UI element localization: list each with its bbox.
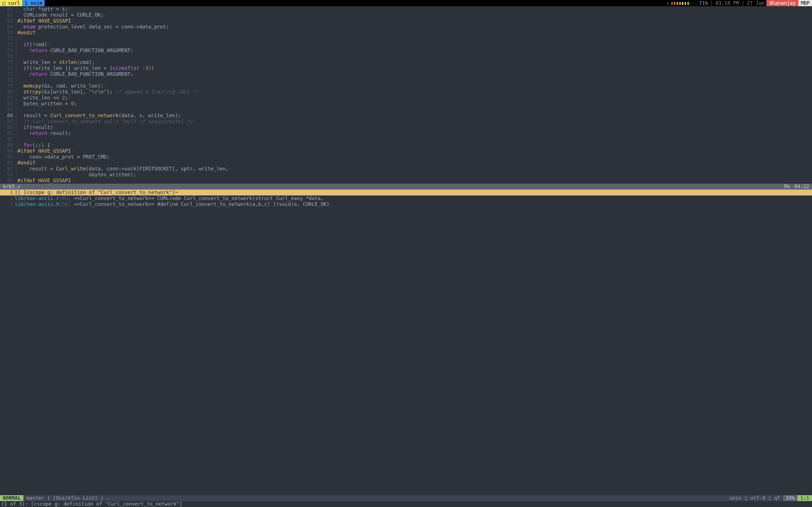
tmux-window-nvim[interactable]: 1 nvim (22, 0, 45, 6)
code-line[interactable]: 87┆ return result;¬ (0, 130, 812, 136)
code-line[interactable]: 75┆ write_len = strlen(cmd);¬ (0, 59, 812, 65)
code-line[interactable]: 91┆ conn->data_prot = PROT_CMD;¬ (0, 154, 812, 160)
code-content[interactable]: char *sptr = s;¬ (17, 6, 812, 12)
code-content[interactable]: /* Curl_convert_to_network calls failf i… (17, 119, 812, 124)
code-content[interactable]: enum protection_level data_sec = conn->d… (17, 24, 812, 30)
code-line[interactable]: 83┆¬ (0, 107, 812, 113)
code-content[interactable]: write_len += 2;¬ (17, 95, 812, 101)
code-content[interactable]: return CURLE_BAD_FUNCTION_ARGUMENT;¬ (17, 71, 812, 77)
line-number: 87 (0, 130, 15, 136)
download-arrow-icon: ↓ (666, 0, 670, 6)
code-line[interactable]: 95┆#ifdef HAVE_GSSAPI¬ (0, 178, 812, 184)
indent-guide: ┆ (15, 148, 17, 154)
indent-guide: ┆ (15, 59, 17, 65)
code-line[interactable]: 74┆¬ (0, 54, 812, 59)
code-content[interactable]: if(!write_len || write_len > (sizeof(s) … (17, 65, 812, 71)
line-number: 83 (0, 107, 15, 113)
line-number: 71 (0, 36, 15, 42)
indent-guide: ┆ (15, 154, 17, 160)
line-number: 88 (0, 136, 15, 142)
quickfix-item[interactable]: 2lib/non-ascii.c|83| <<Curl_convert_to_n… (0, 195, 812, 202)
code-line[interactable]: 80┆ strcpy(&s[write_len], "\r\n"); /* ap… (0, 89, 812, 95)
code-line[interactable]: 76┆ if(!write_len || write_len > (sizeof… (0, 65, 812, 71)
code-content[interactable]: bytes_written = 0;¬ (17, 101, 812, 107)
file-cursor-pos: 84:22 (794, 184, 812, 189)
indent-guide: ┆ (15, 136, 17, 142)
code-line[interactable]: 85┆ /* Curl_convert_to_network calls fai… (0, 119, 812, 124)
code-line[interactable]: 93┆ result = Curl_write(data, conn->sock… (0, 166, 812, 172)
code-line[interactable]: 68┆#ifdef HAVE_GSSAPI¬ (0, 18, 812, 24)
code-content[interactable]: #ifdef HAVE_GSSAPI¬ (17, 18, 812, 24)
line-number: 68 (0, 18, 15, 24)
line-number: 2 (0, 195, 15, 202)
code-content[interactable]: #endif¬ (17, 160, 812, 166)
line-number: 92 (0, 160, 15, 166)
code-content[interactable]: if(!cmd)¬ (17, 42, 812, 48)
code-line[interactable]: 82┆ bytes_written = 0;¬ (0, 101, 812, 107)
code-line[interactable]: 86┆ if(result)¬ (0, 124, 812, 130)
indent-guide: ┆ (15, 54, 17, 59)
empty-line-tilde: ~ (0, 219, 812, 225)
battery-bars-icon: ▮▮▮▮▮▮▮▯▯▯ (670, 0, 697, 6)
code-line[interactable]: 89┆ for(;;) {¬ (0, 142, 812, 148)
code-line[interactable]: 88┆¬ (0, 136, 812, 142)
line-number: 85 (0, 119, 15, 124)
code-line[interactable]: 79┆ memcpy(&s, cmd, write_len);¬ (0, 83, 812, 89)
code-line[interactable]: 72┆ if(!cmd)¬ (0, 42, 812, 48)
line-number: 90 (0, 148, 15, 154)
code-content[interactable]: if(result)¬ (17, 124, 812, 130)
code-content[interactable]: &bytes_written);¬ (17, 172, 812, 178)
code-line[interactable]: 78┆¬ (0, 77, 812, 83)
quickfix-list[interactable]: 1|| [cscope g: definition of "Curl_conve… (0, 189, 812, 225)
code-line[interactable]: 92┆#endif¬ (0, 160, 812, 166)
line-number: 74 (0, 54, 15, 59)
quickfix-item[interactable]: 3lib/non-ascii.h|56| <<Curl_convert_to_n… (0, 202, 812, 207)
line-number: 81 (0, 95, 15, 101)
code-line[interactable]: 70┆#endif¬ (0, 30, 812, 36)
code-content[interactable]: #ifdef HAVE_GSSAPI¬ (17, 148, 812, 154)
code-content[interactable]: CURLcode result = CURLE_OK;¬ (17, 12, 812, 18)
indent-guide: ┆ (15, 6, 17, 12)
code-line[interactable]: 66┆ char *sptr = s;¬ (0, 6, 812, 12)
vim-scroll-percent: 33% (783, 495, 798, 501)
code-content[interactable]: strcpy(&s[write_len], "\r\n"); /* append… (17, 89, 812, 95)
quickfix-text: || [cscope g: definition of "Curl_conver… (15, 189, 812, 195)
code-line[interactable]: 90┆#ifdef HAVE_GSSAPI¬ (0, 148, 812, 154)
code-content[interactable]: #endif¬ (17, 30, 812, 36)
code-content[interactable]: return result;¬ (17, 130, 812, 136)
code-line[interactable]: 67┆ CURLcode result = CURLE_OK;¬ (0, 12, 812, 18)
code-content[interactable]: ¬ (17, 36, 812, 42)
tmux-window-curl[interactable]: □ curl (0, 0, 22, 6)
line-number: 3 (0, 202, 15, 207)
code-line[interactable]: 84┆ result = Curl_convert_to_network(dat… (0, 113, 812, 119)
code-content[interactable]: write_len = strlen(cmd);¬ (17, 59, 812, 65)
code-line[interactable]: 69┆ enum protection_level data_sec = con… (0, 24, 812, 30)
tmux-windows: □ curl 1 nvim (0, 0, 45, 6)
file-name: krb5.c (0, 184, 779, 189)
line-number: 75 (0, 59, 15, 65)
code-content[interactable]: return CURLE_BAD_FUNCTION_ARGUMENT;¬ (17, 48, 812, 54)
code-line[interactable]: 81┆ write_len += 2;¬ (0, 95, 812, 101)
code-line[interactable]: 73┆ return CURLE_BAD_FUNCTION_ARGUMENT;¬ (0, 48, 812, 54)
tmux-user: dhananjay (766, 0, 799, 6)
indent-guide: ┆ (15, 124, 17, 130)
file-status-line: krb5.c 9% 84:22 (0, 184, 812, 189)
command-line[interactable]: (1 of 3): [cscope g: definition of "Curl… (0, 501, 812, 507)
code-content[interactable]: conn->data_prot = PROT_CMD;¬ (17, 154, 812, 160)
code-content[interactable]: #ifdef HAVE_GSSAPI¬ (17, 178, 812, 184)
code-line[interactable]: 77┆ return CURLE_BAD_FUNCTION_ARGUMENT;¬ (0, 71, 812, 77)
code-content[interactable]: result = Curl_convert_to_network(data, s… (17, 113, 812, 119)
code-content[interactable]: memcpy(&s, cmd, write_len);¬ (17, 83, 812, 89)
editor-pane[interactable]: 66┆ char *sptr = s;¬67┆ CURLcode result … (0, 6, 812, 495)
code-content[interactable]: result = Curl_write(data, conn->sock[FIR… (17, 166, 812, 172)
code-content[interactable]: ¬ (17, 77, 812, 83)
line-number: 1 (0, 189, 15, 195)
code-content[interactable]: ¬ (17, 107, 812, 113)
line-number: 67 (0, 12, 15, 18)
code-content[interactable]: ¬ (17, 54, 812, 59)
code-line[interactable]: 71┆¬ (0, 36, 812, 42)
code-line[interactable]: 94┆ &bytes_written);¬ (0, 172, 812, 178)
code-content[interactable]: ¬ (17, 136, 812, 142)
code-content[interactable]: for(;;) {¬ (17, 142, 812, 148)
quickfix-item[interactable]: 1|| [cscope g: definition of "Curl_conve… (0, 189, 812, 195)
